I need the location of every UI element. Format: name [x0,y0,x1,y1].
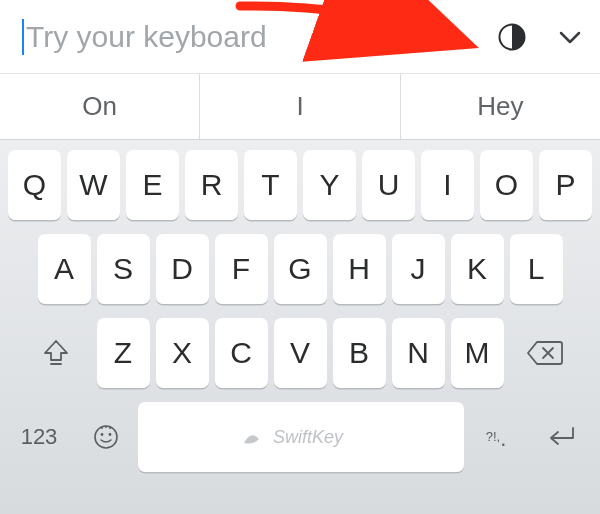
key-x[interactable]: X [156,318,209,388]
key-e[interactable]: E [126,150,179,220]
key-y[interactable]: Y [303,150,356,220]
svg-point-3 [95,426,117,448]
return-icon [543,423,581,451]
key-z[interactable]: Z [97,318,150,388]
key-b[interactable]: B [333,318,386,388]
suggestion-item[interactable]: I [200,74,400,139]
shift-icon [39,336,73,370]
svg-point-7 [105,426,107,428]
text-input[interactable]: Try your keyboard [22,19,494,55]
dropdown-button[interactable] [552,19,588,55]
punct-bottom: . [500,427,506,451]
key-p[interactable]: P [539,150,592,220]
key-t[interactable]: T [244,150,297,220]
suggestion-item[interactable]: Hey [401,74,600,139]
key-s[interactable]: S [97,234,150,304]
return-key[interactable] [528,402,596,472]
numbers-key[interactable]: 123 [4,402,74,472]
input-bar: Try your keyboard [0,0,600,74]
key-q[interactable]: Q [8,150,61,220]
svg-point-8 [109,427,111,429]
backspace-icon [526,338,564,368]
emoji-icon [91,422,121,452]
shift-key[interactable] [21,318,91,388]
keyboard-row-4: 123 SwiftKey ?!, [4,402,596,472]
keyboard-row-2: A S D F G H J K L [4,234,596,304]
theme-toggle-button[interactable] [494,19,530,55]
suggestion-bar: On I Hey [0,74,600,140]
svg-point-6 [101,427,103,429]
punctuation-key[interactable]: ?!, . [470,402,522,472]
key-n[interactable]: N [392,318,445,388]
space-key[interactable]: SwiftKey [138,402,464,472]
backspace-key[interactable] [510,318,580,388]
key-w[interactable]: W [67,150,120,220]
key-k[interactable]: K [451,234,504,304]
key-g[interactable]: G [274,234,327,304]
chevron-down-icon [556,23,584,51]
suggestion-item[interactable]: On [0,74,200,139]
svg-point-4 [101,433,104,436]
keyboard-row-3: Z X C V B N M [4,318,596,388]
keyboard: Q W E R T Y U I O P A S D F G H J K L [0,140,600,514]
key-v[interactable]: V [274,318,327,388]
svg-point-5 [109,433,112,436]
keyboard-row-1: Q W E R T Y U I O P [4,150,596,220]
key-c[interactable]: C [215,318,268,388]
input-placeholder: Try your keyboard [26,20,267,54]
key-f[interactable]: F [215,234,268,304]
punct-top: ?!, [486,430,500,444]
key-a[interactable]: A [38,234,91,304]
key-j[interactable]: J [392,234,445,304]
half-circle-theme-icon [497,22,527,52]
swiftkey-logo-icon [241,425,361,449]
text-caret [22,19,24,55]
key-d[interactable]: D [156,234,209,304]
key-r[interactable]: R [185,150,238,220]
key-h[interactable]: H [333,234,386,304]
key-o[interactable]: O [480,150,533,220]
emoji-key[interactable] [80,402,132,472]
key-l[interactable]: L [510,234,563,304]
key-m[interactable]: M [451,318,504,388]
key-i[interactable]: I [421,150,474,220]
key-u[interactable]: U [362,150,415,220]
